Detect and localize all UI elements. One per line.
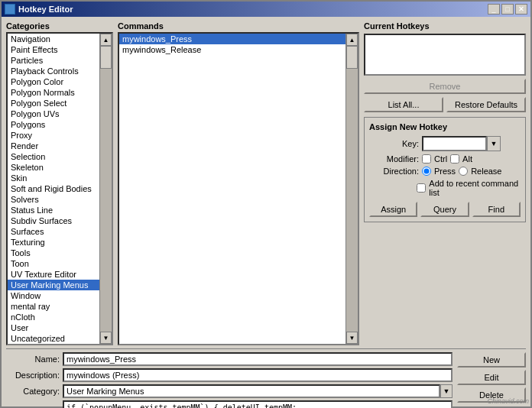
- commands-scrollbar[interactable]: ▲ ▼: [345, 34, 358, 344]
- category-dropdown-btn[interactable]: ▼: [440, 384, 453, 398]
- current-hotkeys-box: [364, 34, 526, 76]
- alt-label: Alt: [462, 154, 472, 164]
- add-recent-row: Add to recent command list: [369, 179, 521, 197]
- scroll-down-btn[interactable]: ▼: [100, 332, 112, 344]
- category-item[interactable]: Polygon Normals: [8, 87, 99, 98]
- cmd-scroll-thumb[interactable]: [346, 46, 358, 69]
- category-item[interactable]: Uncategorized: [8, 333, 99, 344]
- categories-label: Categories: [6, 21, 113, 31]
- category-item[interactable]: Window: [8, 290, 99, 301]
- key-row: Key: ▼: [369, 136, 521, 151]
- category-item[interactable]: Particles: [8, 55, 99, 66]
- category-row: Category: ▼: [6, 384, 453, 398]
- key-dropdown-btn[interactable]: ▼: [487, 136, 501, 151]
- categories-scrollbar[interactable]: ▲ ▼: [99, 34, 112, 344]
- category-item[interactable]: Skin: [8, 173, 99, 183]
- maximize-button[interactable]: □: [501, 4, 514, 15]
- category-item[interactable]: Solvers: [8, 194, 99, 205]
- key-input[interactable]: [422, 136, 487, 151]
- script-area-wrapper: if (`popupMenu -exists tempMM`) { delete…: [63, 400, 453, 408]
- commands-panel: Commands mywindows_Pressmywindows_Releas…: [118, 21, 359, 345]
- script-row: if (`popupMenu -exists tempMM`) { delete…: [6, 400, 453, 408]
- assign-hotkey-section: Assign New Hotkey Key: ▼ Modifier: Ctrl: [364, 117, 526, 222]
- categories-listbox[interactable]: NavigationPaint EffectsParticlesPlayback…: [8, 34, 99, 344]
- find-button[interactable]: Find: [472, 202, 521, 217]
- window-content: Categories NavigationPaint EffectsPartic…: [2, 17, 530, 408]
- name-row: Name:: [6, 352, 453, 366]
- category-item[interactable]: Polygon Color: [8, 76, 99, 87]
- edit-button[interactable]: Edit: [457, 370, 526, 385]
- minimize-button[interactable]: _: [488, 4, 500, 15]
- category-item[interactable]: Playback Controls: [8, 66, 99, 76]
- title-bar-buttons: _ □ ✕: [488, 4, 527, 15]
- remove-button[interactable]: Remove: [364, 79, 526, 94]
- category-item[interactable]: Paint Effects: [8, 44, 99, 55]
- cmd-scroll-up-btn[interactable]: ▲: [346, 34, 358, 46]
- script-area[interactable]: if (`popupMenu -exists tempMM`) { delete…: [63, 400, 453, 408]
- category-item[interactable]: UV Texture Editor: [8, 269, 99, 280]
- add-recent-checkbox[interactable]: [417, 183, 426, 193]
- list-restore-row: List All... Restore Defaults: [364, 97, 526, 112]
- scroll-track: [100, 46, 112, 332]
- app-icon: [5, 4, 15, 15]
- category-item[interactable]: Navigation: [8, 34, 99, 44]
- category-item[interactable]: Soft and Rigid Bodies: [8, 183, 99, 194]
- category-input[interactable]: [63, 384, 440, 398]
- bottom-fields: Name: Description: Category: ▼: [6, 352, 453, 408]
- category-item[interactable]: Subdiv Surfaces: [8, 215, 99, 226]
- direction-label: Direction:: [369, 167, 419, 176]
- category-item[interactable]: Status Line: [8, 205, 99, 215]
- category-item[interactable]: Texturing: [8, 237, 99, 248]
- modifier-checkboxes: Ctrl Alt: [422, 154, 472, 164]
- command-item[interactable]: mywindows_Press: [119, 34, 345, 44]
- name-label: Name:: [6, 355, 60, 364]
- window-title: Hotkey Editor: [18, 5, 73, 14]
- ctrl-label: Ctrl: [434, 154, 447, 164]
- scroll-thumb[interactable]: [100, 46, 112, 69]
- key-label: Key:: [369, 139, 419, 148]
- release-radio[interactable]: [459, 167, 468, 176]
- description-row: Description:: [6, 368, 453, 382]
- commands-listbox[interactable]: mywindows_Pressmywindows_Release: [119, 34, 345, 344]
- scroll-up-btn[interactable]: ▲: [100, 34, 112, 46]
- category-dropdown-group: ▼: [63, 384, 453, 398]
- category-item[interactable]: Tools: [8, 248, 99, 258]
- modifier-row: Modifier: Ctrl Alt: [369, 154, 521, 164]
- category-item[interactable]: Polygon Select: [8, 98, 99, 108]
- assign-button[interactable]: Assign: [369, 202, 417, 217]
- press-label: Press: [434, 167, 456, 176]
- restore-defaults-button[interactable]: Restore Defaults: [446, 97, 526, 112]
- direction-radios: Press Release: [422, 167, 501, 176]
- category-item[interactable]: Toon: [8, 258, 99, 269]
- category-item[interactable]: nCloth: [8, 312, 99, 322]
- cmd-scroll-down-btn[interactable]: ▼: [346, 332, 358, 344]
- alt-checkbox[interactable]: [450, 154, 459, 164]
- description-input[interactable]: [63, 368, 453, 382]
- category-item[interactable]: Surfaces: [8, 226, 99, 237]
- category-item[interactable]: Polygon UVs: [8, 108, 99, 119]
- category-item[interactable]: User: [8, 322, 99, 333]
- direction-row: Direction: Press Release: [369, 167, 521, 176]
- query-button[interactable]: Query: [420, 202, 469, 217]
- description-label: Description:: [6, 371, 60, 380]
- category-item[interactable]: Proxy: [8, 130, 99, 141]
- command-item[interactable]: mywindows_Release: [119, 44, 345, 55]
- category-item[interactable]: User Marking Menus: [8, 280, 99, 290]
- category-item[interactable]: Render: [8, 141, 99, 151]
- category-item[interactable]: Selection: [8, 151, 99, 162]
- list-all-button[interactable]: List All...: [364, 97, 443, 112]
- add-recent-label: Add to recent command list: [429, 179, 521, 197]
- category-item[interactable]: Skeleton: [8, 162, 99, 173]
- categories-panel: Categories NavigationPaint EffectsPartic…: [6, 21, 113, 345]
- category-item[interactable]: Polygons: [8, 119, 99, 130]
- new-button[interactable]: New: [457, 352, 526, 368]
- press-radio[interactable]: [422, 167, 431, 176]
- name-input[interactable]: [63, 352, 453, 366]
- bottom-section: Name: Description: Category: ▼: [6, 348, 526, 408]
- categories-listbox-container: NavigationPaint EffectsParticlesPlayback…: [6, 32, 113, 345]
- commands-listbox-container: mywindows_Pressmywindows_Release ▲ ▼: [118, 32, 359, 345]
- release-label: Release: [471, 167, 501, 176]
- close-button[interactable]: ✕: [515, 4, 527, 15]
- ctrl-checkbox[interactable]: [422, 154, 431, 164]
- category-item[interactable]: mental ray: [8, 301, 99, 312]
